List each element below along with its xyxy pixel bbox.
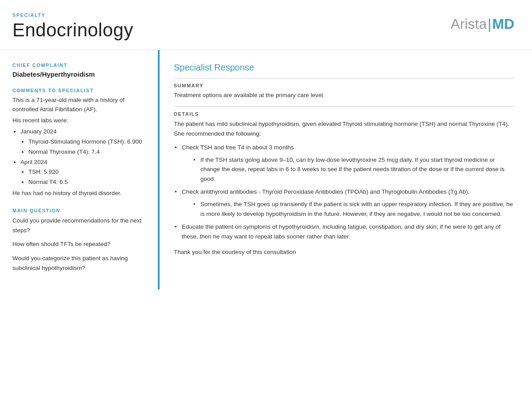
specialty-section: SPECIALTY Endocrinology [12,12,133,41]
detail-bullet-0-text: Check TSH and free T4 in about 3 months [182,144,293,151]
lab-apr-item-1: Normal T4: 6.5 [28,178,145,187]
lab-groups-list: January 2024 Thyroid-Stimulating Hormone… [12,127,145,188]
summary-label: SUMMARY [174,83,514,88]
comments-section: COMMENTS TO SPECIALIST This is a 71-year… [12,88,145,198]
detail-bullet-1-text: Check antithyroid antibodies - Thyroid P… [182,188,469,195]
main-question-label: MAIN QUESTION [12,208,145,213]
logo-arista-text: Arista [450,16,487,32]
main-question-section: MAIN QUESTION Could you provide recommen… [12,208,145,273]
main-question-text: Could you provide recommendations for th… [12,216,145,235]
specialist-response-title: Specialist Response [174,63,514,73]
lab-jan-item-0: Thyroid-Stimulating Hormone (TSH): 6.900 [28,137,145,147]
comments-labs-intro: His recent labs were: [12,116,145,125]
comments-text: This is a 71-year-old male with a histor… [12,96,145,198]
specialty-label: SPECIALTY [12,12,133,18]
detail-bullet-0: Check TSH and free T4 in about 3 months … [174,143,514,184]
lab-group-jan-items: Thyroid-Stimulating Hormone (TSH): 6.900… [20,137,145,157]
detail-bullet-1: Check antithyroid antibodies - Thyroid P… [174,187,514,219]
specialty-title: Endocrinology [12,20,133,41]
lab-jan-item-1: Normal Thyroxine (T4): 7.4 [28,148,145,157]
detail-sub-0-0: If the TSH starts going above 9–10, can … [192,155,514,184]
summary-text: Treatment options are available at the p… [174,91,514,100]
detail-sub-1-0: Sometimes, the TSH goes up transiently i… [192,199,514,219]
chief-complaint-section: CHIEF COMPLAINT Diabetes/Hyperthyroidism [12,63,145,78]
left-panel: CHIEF COMPLAINT Diabetes/Hyperthyroidism… [0,50,160,289]
details-bullets-list: Check TSH and free T4 in about 3 months … [174,143,514,241]
right-panel: Specialist Response SUMMARY Treatment op… [160,50,532,289]
additional-question-1: Would you categorize this patient as hav… [12,254,145,273]
detail-bullet-2: Educate the patient on symptoms of hypot… [174,222,514,241]
detail-sub-list-0: If the TSH starts going above 9–10, can … [182,155,514,184]
additional-question-0: How often should TFTs be repeated? [12,239,145,249]
detail-sub-list-1: Sometimes, the TSH goes up transiently i… [182,199,514,219]
main-content: CHIEF COMPLAINT Diabetes/Hyperthyroidism… [0,50,532,289]
details-label: DETAILS [174,111,514,117]
page-header: SPECIALTY Endocrinology Arista|MD [0,0,532,50]
lab-group-apr-date: April 2024 [20,159,47,165]
lab-group-apr-items: TSH: 5.920 Normal T4: 6.5 [20,168,145,187]
comments-intro: This is a 71-year-old male with a histor… [12,96,145,114]
lab-group-jan: January 2024 Thyroid-Stimulating Hormone… [20,127,145,157]
logo-separator: | [488,16,491,32]
details-intro: The patient has mild subclinical hypothy… [174,119,514,138]
detail-bullet-2-text: Educate the patient on symptoms of hypot… [182,223,501,240]
chief-complaint-label: CHIEF COMPLAINT [12,63,145,68]
lab-apr-item-0: TSH: 5.920 [28,168,145,177]
thank-you-text: Thank you for the courtesy of this consu… [174,247,514,257]
comments-label: COMMENTS TO SPECIALIST [12,88,145,93]
chief-complaint-value: Diabetes/Hyperthyroidism [12,70,145,78]
comments-history: He has had no history of thyroid disorde… [12,189,145,198]
logo-md-text: MD [492,16,514,32]
logo: Arista|MD [450,12,514,32]
lab-group-apr: April 2024 TSH: 5.920 Normal T4: 6.5 [20,158,145,188]
details-divider [174,106,514,107]
summary-divider [174,78,514,78]
lab-group-jan-date: January 2024 [20,128,57,135]
